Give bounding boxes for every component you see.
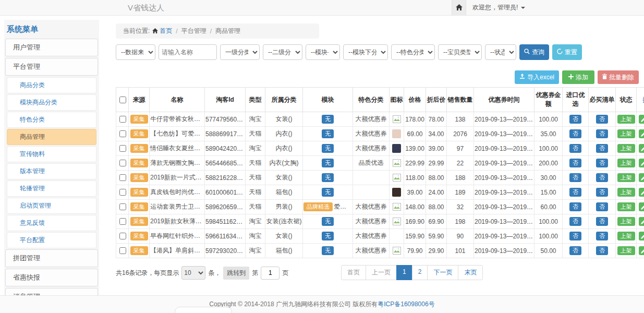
- edit-button[interactable]: [639, 217, 644, 226]
- row-checkbox[interactable]: [119, 203, 126, 210]
- level1-category-select[interactable]: 一级分类: [220, 44, 260, 60]
- cell-coupon_amount: 200.00: [534, 156, 563, 171]
- sidebar-item-宣传物料[interactable]: 宣传物料: [7, 146, 96, 162]
- column-header-check[interactable]: [116, 88, 129, 112]
- item-type-select[interactable]: --宝贝类型--: [438, 44, 482, 60]
- add-button[interactable]: 添加: [562, 70, 594, 84]
- cell-check: [116, 112, 129, 127]
- cell-sales: 188: [447, 171, 474, 185]
- badge-blue: 无: [322, 232, 334, 241]
- home-button[interactable]: [452, 0, 466, 15]
- reset-button[interactable]: 重置: [552, 44, 582, 60]
- page-button-下一页[interactable]: 下一页: [427, 265, 458, 280]
- cell-module: 无: [303, 141, 353, 156]
- per-page-select[interactable]: 10: [181, 266, 205, 280]
- row-checkbox[interactable]: [119, 160, 126, 166]
- cell-icon: [390, 141, 404, 156]
- edit-button[interactable]: [639, 246, 644, 255]
- sidebar-item-特色分类[interactable]: 特色分类: [7, 112, 96, 128]
- row-checkbox[interactable]: [119, 189, 126, 196]
- cell-status: 上架: [616, 229, 637, 244]
- cell-name: 薄款无钢圈文胸聚拢性...: [150, 156, 205, 171]
- import-icon: [519, 74, 525, 81]
- edit-button[interactable]: [639, 232, 644, 240]
- sidebar-item-轮播管理[interactable]: 轮播管理: [7, 180, 96, 197]
- edit-button[interactable]: [639, 173, 644, 182]
- jump-button[interactable]: 跳转到: [223, 267, 249, 280]
- cell-icon: [390, 200, 404, 214]
- badge-orange: 采集: [130, 115, 148, 124]
- sidebar-item-商品管理[interactable]: 商品管理: [7, 129, 96, 145]
- cell-category: 箱包(): [265, 244, 303, 258]
- filter-bar: --数据来源-- 一级分类 --二级分类-- --模块-- --模块下分类-- …: [116, 44, 639, 60]
- select-all-checkbox[interactable]: [119, 97, 126, 103]
- data-source-select[interactable]: --数据来源--: [116, 44, 155, 60]
- column-header-name: 名称: [150, 88, 205, 112]
- broken-image-icon: [393, 115, 401, 123]
- name-search-input[interactable]: [159, 44, 217, 60]
- icp-link[interactable]: 粤ICP备16098006号: [378, 300, 434, 309]
- cell-feature: 大额优惠券: [353, 244, 390, 258]
- cell-source: 采集: [129, 127, 150, 141]
- sidebar-item-启动页管理[interactable]: 启动页管理: [7, 198, 96, 214]
- trash-icon: [602, 74, 607, 81]
- row-checkbox[interactable]: [119, 247, 126, 254]
- page-button-2[interactable]: 2: [412, 265, 428, 280]
- cell-category: 女装(): [265, 171, 303, 185]
- module-sub-select[interactable]: --模块下分类--: [343, 44, 388, 60]
- edit-button[interactable]: [639, 202, 644, 211]
- edit-button[interactable]: [639, 144, 644, 153]
- user-menu[interactable]: 欢迎您，管理员!: [466, 0, 531, 15]
- page-jump-input[interactable]: [261, 267, 280, 280]
- cell-sales: 22: [447, 156, 474, 171]
- edit-button[interactable]: [639, 129, 644, 138]
- edit-button[interactable]: [639, 159, 644, 167]
- cell-type: 淘宝: [246, 229, 265, 244]
- badge-blue: 否: [596, 188, 608, 197]
- cell-sales: 101: [447, 244, 474, 258]
- row-checkbox[interactable]: [119, 233, 126, 239]
- level2-category-select[interactable]: --二级分类--: [263, 44, 302, 60]
- column-header-coupon_amount: 优惠券金额: [534, 88, 563, 112]
- batch-delete-button[interactable]: 批量删除: [598, 70, 639, 84]
- page-button-上一页[interactable]: 上一页: [366, 265, 397, 280]
- cell-operation: [637, 185, 644, 200]
- module-select[interactable]: --模块--: [306, 44, 340, 60]
- sidebar-item-拼团管理[interactable]: 拼团管理: [5, 249, 98, 267]
- badge-blue: 否: [596, 217, 608, 226]
- edit-button[interactable]: [639, 115, 644, 124]
- feature-category-select[interactable]: --特色分类--: [391, 44, 435, 60]
- row-checkbox[interactable]: [119, 130, 126, 137]
- cell-coupon_time: 2019-09-13—2019-09-15: [474, 200, 534, 214]
- page-button-末页[interactable]: 末页: [458, 265, 483, 280]
- row-checkbox[interactable]: [119, 145, 126, 152]
- cell-coupon_amount: 100.00: [534, 229, 563, 244]
- cell-source: 采集: [129, 244, 150, 258]
- import-excel-button[interactable]: 导入excel: [515, 70, 559, 84]
- badge-orange: 采集: [130, 129, 148, 139]
- row-checkbox[interactable]: [119, 218, 126, 225]
- sidebar-item-版本管理[interactable]: 版本管理: [7, 163, 96, 179]
- sidebar-item-平台配置[interactable]: 平台配置: [7, 232, 96, 248]
- sidebar-item-模块商品分类[interactable]: 模块商品分类: [7, 94, 96, 111]
- sidebar-item-意见反馈[interactable]: 意见反馈: [7, 215, 96, 231]
- row-checkbox[interactable]: [119, 116, 126, 123]
- breadcrumb-item[interactable]: 平台管理: [181, 27, 206, 35]
- page-button-1[interactable]: 1: [396, 265, 412, 280]
- cell-coupon_amount: 35.00: [534, 127, 563, 141]
- search-button[interactable]: 查询: [519, 44, 549, 60]
- badge-orange: 采集: [130, 202, 148, 212]
- cell-type: 天猫: [246, 171, 265, 185]
- sidebar-item-消息管理[interactable]: 消息管理: [5, 288, 98, 295]
- sidebar-item-省惠快报[interactable]: 省惠快报: [5, 269, 98, 286]
- page-button-首页[interactable]: 首页: [341, 265, 366, 280]
- row-checkbox[interactable]: [119, 174, 126, 181]
- sidebar-item-商品分类[interactable]: 商品分类: [7, 77, 96, 93]
- column-header-module: 模块: [303, 88, 353, 112]
- sidebar-item-用户管理[interactable]: 用户管理: [5, 39, 98, 56]
- edit-button[interactable]: [639, 188, 644, 197]
- cell-must_buy: 否: [589, 200, 616, 214]
- breadcrumb-home-link[interactable]: 首页: [152, 27, 172, 35]
- sidebar-item-平台管理[interactable]: 平台管理: [5, 58, 98, 76]
- status-select[interactable]: --状态--: [485, 44, 516, 60]
